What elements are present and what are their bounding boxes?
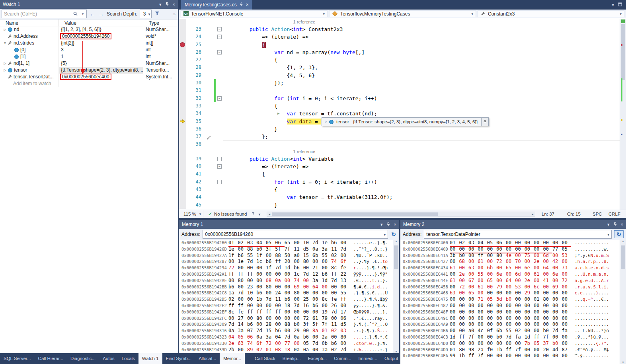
outlining-margin[interactable]: − <box>216 155 223 163</box>
bottom-tab-output[interactable]: Output <box>381 353 400 364</box>
watch-row[interactable]: [1]1int <box>0 53 178 60</box>
bottom-tab-diagnostic[interactable]: Diagnostic... <box>67 353 99 364</box>
window-options-icon[interactable] <box>618 2 622 8</box>
bottom-tab-autos[interactable]: Autos <box>99 353 118 364</box>
bottom-tab-call-stack[interactable]: Call Stack <box>251 353 279 364</box>
watch-row[interactable]: ▼nd.strides{int[2]}int[] <box>0 40 178 47</box>
window-position-icon[interactable]: ▾ <box>607 222 610 227</box>
column-type[interactable]: Type <box>143 19 178 27</box>
outlining-margin[interactable]: − <box>216 25 223 33</box>
memory2-rows[interactable]: 0x000002556B0EC4000102030405060000000000… <box>400 240 620 364</box>
scrollbar-thumb[interactable] <box>621 245 625 269</box>
fold-collapse-icon[interactable]: − <box>217 180 222 184</box>
breakpoint-icon[interactable] <box>180 42 185 47</box>
memory1-rows[interactable]: 0x000002556B1942600102030405066500107d1e… <box>179 240 393 353</box>
watch-value-cell[interactable]: 0x000002556b194260 <box>59 33 143 40</box>
code-text[interactable]: } <box>223 201 620 209</box>
tab-list-chevron-icon[interactable]: ▾ <box>612 2 614 8</box>
breakpoint-margin[interactable] <box>179 193 186 201</box>
outlining-margin[interactable] <box>216 125 223 133</box>
close-icon[interactable]: × <box>173 2 175 7</box>
bottom-tab-breakp[interactable]: Breakp... <box>279 353 304 364</box>
outlining-margin[interactable] <box>216 133 223 140</box>
bottom-tab-locals[interactable]: Locals <box>118 353 138 364</box>
outlining-margin[interactable] <box>216 140 223 148</box>
breakpoint-margin[interactable] <box>179 25 186 33</box>
breakpoint-margin[interactable] <box>179 41 186 49</box>
search-input[interactable] <box>2 11 72 17</box>
breakpoint-margin[interactable] <box>179 133 186 140</box>
outlining-margin[interactable]: − <box>216 49 223 56</box>
outlining-margin[interactable] <box>216 118 223 125</box>
bottom-tab-comm[interactable]: Comm... <box>330 353 355 364</box>
window-position-icon[interactable]: ▾ <box>380 222 383 227</box>
search-depth-select[interactable]: 3 ▾ <box>140 10 152 18</box>
breakpoint-margin[interactable] <box>179 95 186 102</box>
outlining-margin[interactable]: − <box>216 95 223 102</box>
watch-row[interactable]: tensor.TensorDat...0x000002556b0ec400Sys… <box>0 74 178 80</box>
memory1-address-input[interactable] <box>203 232 382 237</box>
fold-collapse-icon[interactable]: − <box>217 164 222 169</box>
search-back-icon[interactable]: ← <box>89 11 96 17</box>
memory2-address-input[interactable] <box>424 232 605 237</box>
fold-collapse-icon[interactable]: − <box>217 35 222 39</box>
watch-value-cell[interactable] <box>59 80 143 87</box>
issues-chevron-icon[interactable]: ▾ <box>258 212 260 216</box>
outlining-margin[interactable]: − <box>216 163 223 170</box>
bottom-tab-sql-server[interactable]: SQL Server... <box>0 353 35 364</box>
breakpoint-margin[interactable] <box>179 140 186 148</box>
breakpoint-margin[interactable] <box>179 155 186 163</box>
outlining-margin[interactable] <box>216 56 223 64</box>
outlining-margin[interactable] <box>216 193 223 201</box>
pin-icon[interactable] <box>613 222 617 227</box>
search-options-chevron-icon[interactable]: ▾ <box>79 12 86 16</box>
tab-close-icon[interactable]: × <box>246 2 249 8</box>
pin-icon[interactable] <box>165 2 169 7</box>
scroll-down-icon[interactable]: ▼ <box>620 361 626 364</box>
breakpoint-margin[interactable] <box>179 125 186 133</box>
expand-expander-icon[interactable]: ▷ <box>2 26 8 33</box>
code-text[interactable]: { <box>223 170 620 178</box>
breakpoint-margin[interactable] <box>179 178 186 186</box>
outlining-margin[interactable] <box>216 19 223 25</box>
close-icon[interactable]: × <box>394 222 396 227</box>
breakpoint-margin[interactable] <box>179 118 186 125</box>
breakpoint-margin[interactable] <box>179 102 186 110</box>
watch-value-cell[interactable]: 3 <box>59 47 143 53</box>
chevron-down-icon[interactable]: ▾ <box>382 232 388 237</box>
code-text[interactable]: for (int i = 0; i < iterate; i++) <box>223 95 620 102</box>
breadcrumb-0[interactable]: C#TensorFlowNET.Console▾ <box>181 10 328 17</box>
collapse-expander-icon[interactable]: ▼ <box>2 40 8 47</box>
code-text[interactable]: {1, 2, 3}, <box>223 64 620 71</box>
horizontal-scrollbar[interactable]: ◄ ► <box>267 212 535 217</box>
pin-icon[interactable] <box>386 222 390 227</box>
refresh-icon[interactable]: ↻ <box>616 231 622 237</box>
outlining-margin[interactable] <box>216 64 223 71</box>
scrollbar-thumb[interactable] <box>621 24 625 80</box>
outlining-margin[interactable] <box>216 186 223 193</box>
watch-value-cell[interactable]: {[[1, 2, 3], [4, 5, 6]]} <box>59 26 143 33</box>
code-text[interactable]: public Action<int> Constant2x3 <box>223 25 620 33</box>
memory1-scrollbar[interactable]: ▲ ▼ <box>393 240 399 353</box>
breakpoint-margin[interactable] <box>179 170 186 178</box>
fold-collapse-icon[interactable]: − <box>217 157 222 161</box>
breakpoint-margin[interactable] <box>179 49 186 56</box>
breakpoint-margin[interactable] <box>179 163 186 170</box>
refresh-icon[interactable]: ↻ <box>390 231 397 237</box>
code-text[interactable]: var tensor = tf.Variable(3112.0f); <box>223 193 620 201</box>
watch-value-cell[interactable]: {tf.Tensor: shape=(2, 3), dtype=uint8, .… <box>59 67 143 74</box>
filter-icon[interactable] <box>155 11 160 17</box>
code-text[interactable]: } <box>223 125 620 133</box>
code-text[interactable]: 1 reference <box>223 148 620 155</box>
bottom-tab-allocat[interactable]: Allocat... <box>195 353 220 364</box>
scroll-left-icon[interactable]: ◄ <box>268 212 271 216</box>
code-text[interactable]: { <box>223 41 620 49</box>
watch-row[interactable]: ▷nd{[[1, 2, 3], [4, 5, 6]]}NumShar... <box>0 26 178 33</box>
outlining-margin[interactable] <box>216 72 223 79</box>
fold-collapse-icon[interactable]: − <box>217 96 222 101</box>
bottom-tab-watch-1[interactable]: Watch 1 <box>138 353 162 364</box>
scrollbar-thumb[interactable] <box>272 212 438 216</box>
code-text[interactable]: var nd = np.array(new byte[,] <box>223 49 620 56</box>
zoom-control[interactable]: 115 % ▾ <box>181 210 203 218</box>
code-text[interactable]: => (iterate) => <box>223 33 620 41</box>
